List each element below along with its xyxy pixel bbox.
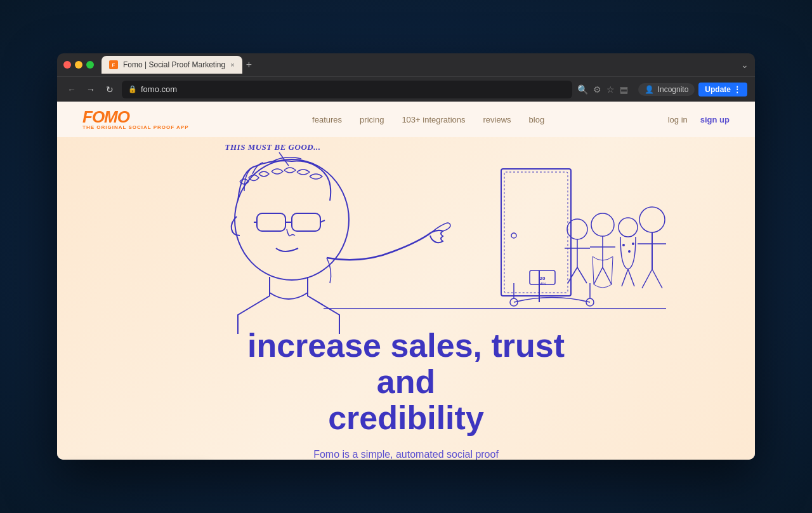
nav-pricing[interactable]: pricing: [360, 115, 384, 124]
svg-text:MIN: MIN: [539, 282, 546, 286]
minimize-window-button[interactable]: [75, 61, 82, 69]
lock-icon: 🔒: [128, 85, 137, 93]
hero-illustration: THIS MUST BE GOOD...: [146, 137, 666, 334]
svg-rect-9: [504, 172, 568, 293]
svg-line-38: [642, 269, 652, 288]
svg-point-35: [639, 207, 665, 232]
extension-icon[interactable]: ⚙: [593, 84, 601, 95]
svg-point-30: [622, 244, 625, 246]
svg-line-28: [603, 267, 612, 284]
nav-blog[interactable]: blog: [529, 115, 545, 124]
back-button[interactable]: ←: [65, 83, 79, 97]
svg-line-7: [320, 220, 325, 222]
svg-point-31: [628, 250, 631, 253]
sidebar-icon[interactable]: ▤: [620, 84, 628, 95]
update-dots-icon: ⋮: [733, 85, 741, 94]
hero-subtext-line1: Fomo is a simple, automated social proof: [313, 449, 499, 460]
tab-favicon: F: [109, 60, 118, 69]
tab-close-button[interactable]: ×: [230, 61, 234, 69]
forward-button[interactable]: →: [84, 83, 98, 97]
svg-rect-8: [501, 169, 571, 296]
svg-point-29: [619, 218, 638, 237]
search-icon[interactable]: 🔍: [577, 84, 588, 95]
svg-line-22: [568, 267, 577, 283]
hero-section: THIS MUST BE GOOD...: [57, 137, 755, 460]
close-window-button[interactable]: [63, 61, 71, 69]
url-text: fomo.com: [141, 84, 177, 94]
svg-line-27: [594, 267, 603, 284]
hero-subtext: Fomo is a simple, automated social proof…: [216, 447, 596, 460]
svg-line-33: [622, 269, 628, 286]
bookmark-icon[interactable]: ☆: [606, 84, 615, 95]
hero-heading-line2: credibility: [328, 399, 484, 436]
update-label: Update: [705, 85, 731, 94]
tab-bar: F Fomo | Social Proof Marketing × +: [102, 53, 736, 76]
svg-point-10: [511, 233, 516, 238]
hero-heading-line1: increase sales, trust and: [247, 327, 565, 400]
active-tab[interactable]: F Fomo | Social Proof Marketing ×: [102, 56, 242, 74]
nav-features[interactable]: features: [312, 115, 342, 124]
site-nav-links: features pricing 103+ integrations revie…: [312, 115, 544, 124]
svg-line-34: [628, 269, 634, 286]
address-actions: 🔍 ⚙ ☆ ▤: [577, 84, 628, 95]
svg-rect-3: [257, 213, 285, 231]
refresh-button[interactable]: ↻: [103, 83, 117, 97]
site-logo[interactable]: FOMO THE ORIGINAL SOCIAL PROOF APP: [82, 109, 189, 130]
address-bar[interactable]: 🔒 fomo.com: [122, 81, 572, 98]
svg-text:THIS MUST BE GOOD...: THIS MUST BE GOOD...: [225, 142, 321, 152]
svg-point-19: [567, 219, 587, 239]
svg-line-23: [577, 267, 587, 283]
logo-tagline: THE ORIGINAL SOCIAL PROOF APP: [82, 125, 189, 130]
address-bar-row: ← → ↻ 🔒 fomo.com 🔍 ⚙ ☆ ▤ 👤 Incognito Upd…: [57, 76, 755, 102]
nav-reviews[interactable]: reviews: [483, 115, 511, 124]
svg-rect-4: [292, 213, 320, 231]
site-nav: FOMO THE ORIGINAL SOCIAL PROOF APP featu…: [57, 102, 755, 137]
traffic-lights: [63, 61, 94, 69]
maximize-window-button[interactable]: [86, 61, 94, 69]
browser-window: F Fomo | Social Proof Marketing × + ⌄ ← …: [57, 53, 755, 460]
browser-chrome: F Fomo | Social Proof Marketing × + ⌄: [57, 53, 755, 76]
nav-integrations[interactable]: 103+ integrations: [402, 115, 465, 124]
new-tab-button[interactable]: +: [246, 59, 252, 70]
tab-menu-button[interactable]: ⌄: [741, 60, 749, 70]
svg-line-39: [652, 269, 662, 288]
hero-heading: increase sales, trust and credibility: [216, 328, 596, 437]
logo-text: FOMO: [82, 109, 189, 125]
incognito-button[interactable]: 👤 Incognito: [638, 83, 695, 96]
hero-text: increase sales, trust and credibility Fo…: [203, 328, 609, 460]
svg-point-24: [591, 213, 614, 236]
tab-title: Fomo | Social Proof Marketing: [123, 60, 225, 69]
incognito-avatar: 👤: [645, 85, 654, 94]
website-content: FOMO THE ORIGINAL SOCIAL PROOF APP featu…: [57, 102, 755, 460]
signup-link[interactable]: sign up: [700, 115, 730, 124]
site-nav-auth: log in sign up: [668, 115, 730, 124]
incognito-label: Incognito: [658, 85, 689, 94]
login-link[interactable]: log in: [668, 115, 688, 124]
profile-area: 👤 Incognito Update ⋮: [638, 83, 747, 97]
svg-text:20: 20: [540, 276, 546, 281]
update-button[interactable]: Update ⋮: [698, 83, 747, 97]
svg-point-32: [632, 243, 634, 245]
